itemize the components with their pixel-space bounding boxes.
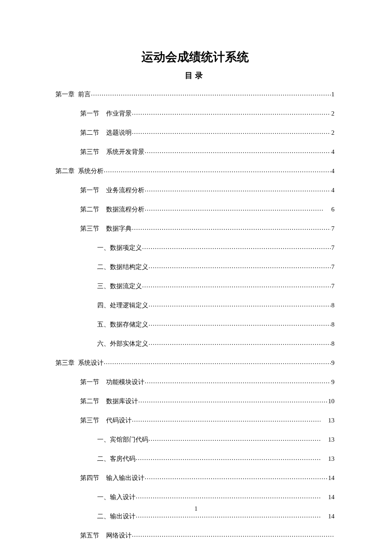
toc-entry-label: 第二章系统分析 — [55, 167, 104, 175]
toc-entry: 二、输出设计14 — [55, 512, 334, 520]
toc-entry-page: 9 — [331, 359, 335, 367]
toc-leader-dots — [144, 186, 331, 192]
toc-entry-title: 系统分析 — [78, 168, 104, 174]
toc-leader-dots — [148, 320, 331, 327]
toc-entry-number: 第四节 — [80, 474, 99, 481]
toc-entry: 第二节数据流程分析6 — [55, 205, 334, 214]
toc-entry-number: 二、 — [97, 513, 110, 520]
toc-entry-title: 处理逻辑定义 — [110, 302, 148, 309]
toc-entry: 一、宾馆部门代码13 — [55, 435, 334, 444]
toc-entry: 第一章前言1 — [55, 90, 334, 98]
toc-entry-page: 8 — [331, 302, 335, 309]
toc-entry-page: 10 — [327, 398, 334, 405]
toc-leader-dots — [132, 531, 334, 538]
toc-entry-page: 2 — [331, 129, 335, 136]
toc-entry-page: 14 — [320, 513, 334, 520]
toc-heading: 目录 — [55, 70, 334, 81]
toc-entry: 第三节数据字典7 — [55, 224, 334, 233]
toc-entry-title: 前言 — [78, 91, 91, 98]
toc-leader-dots — [144, 378, 331, 384]
toc-entry-page: 9 — [331, 379, 335, 386]
document-page: 运动会成绩统计系统 目录 第一章前言1第一节作业背景2第二节选题说明2第三节系统… — [0, 0, 392, 540]
toc-entry-page: 7 — [331, 283, 335, 290]
toc-entry-number: 一、 — [97, 494, 110, 500]
toc-entry-number: 第一节 — [80, 379, 99, 385]
toc-leader-dots — [144, 147, 331, 154]
toc-entry-number: 第一章 — [55, 91, 75, 98]
toc-leader-dots — [144, 205, 324, 211]
toc-entry-number: 第二章 — [55, 168, 75, 174]
toc-entry-number: 第一节 — [80, 110, 99, 117]
toc-entry: 二、客房代码13 — [55, 454, 334, 463]
toc-entry-number: 第一节 — [80, 187, 99, 194]
toc-entry-title: 数据库设计 — [106, 398, 138, 405]
toc-leader-dots — [135, 454, 320, 461]
toc-entry: 第三章系统设计9 — [55, 358, 334, 367]
toc-entry-label: 第一节业务流程分析 — [80, 186, 144, 194]
toc-entry-page: 2 — [331, 110, 335, 117]
toc-entry-title: 网络设计 — [106, 532, 132, 539]
toc-entry-title: 数据流程分析 — [106, 206, 144, 213]
toc-entry: 三、数据流定义7 — [55, 282, 334, 290]
toc-leader-dots — [104, 358, 331, 365]
toc-entry-label: 第一节功能模块设计 — [80, 378, 144, 386]
toc-entry-label: 第三节数据字典 — [80, 225, 132, 233]
toc-leader-dots — [138, 397, 327, 403]
toc-entry-number: 五、 — [97, 321, 110, 328]
toc-entry-title: 选题说明 — [106, 129, 132, 136]
toc-entry-number: 四、 — [97, 302, 110, 309]
toc-entry-page: 4 — [331, 187, 335, 194]
toc-entry: 二、数据结构定义7 — [55, 263, 334, 271]
toc-entry-page: 13 — [320, 417, 334, 424]
toc-entry: 第二节数据库设计10 — [55, 397, 334, 405]
toc-entry-number: 一、 — [97, 436, 110, 443]
toc-entry-label: 第五节网络设计 — [80, 532, 132, 540]
toc-leader-dots — [148, 301, 331, 307]
toc-leader-dots — [148, 435, 320, 442]
toc-entry: 第三节代码设计13 — [55, 416, 334, 425]
toc-entry-label: 二、客房代码 — [97, 455, 135, 463]
toc-entry-page: 8 — [331, 321, 335, 328]
toc-entry-label: 第二节选题说明 — [80, 129, 132, 137]
toc-leader-dots — [142, 243, 331, 250]
toc-entry-title: 系统设计 — [78, 359, 104, 366]
toc-entry: 第五节网络设计 — [55, 531, 334, 540]
toc-entry: 第一节作业背景2 — [55, 109, 334, 118]
toc-entry-page: 7 — [331, 263, 335, 271]
toc-entry-label: 第三节系统开发背景 — [80, 148, 144, 156]
toc-entry-label: 第四节输入输出设计 — [80, 474, 144, 482]
toc-entry-label: 一、宾馆部门代码 — [97, 436, 148, 444]
toc-entry-title: 输出设计 — [110, 513, 135, 520]
toc-entry: 第四节输入输出设计14 — [55, 474, 334, 482]
table-of-contents: 第一章前言1第一节作业背景2第二节选题说明2第三节系统开发背景4第二章系统分析4… — [55, 90, 334, 540]
toc-entry-number: 第二节 — [80, 129, 99, 136]
toc-entry-page: 4 — [331, 148, 335, 156]
toc-leader-dots — [135, 512, 320, 518]
toc-entry-page: 7 — [331, 244, 335, 251]
toc-entry-number: 第三章 — [55, 359, 75, 366]
toc-entry-number: 第三节 — [80, 417, 99, 424]
toc-entry-number: 第三节 — [80, 225, 99, 232]
toc-leader-dots — [132, 128, 331, 135]
toc-entry-title: 数据字典 — [106, 225, 132, 232]
toc-leader-dots — [148, 339, 331, 346]
toc-entry-number: 第五节 — [80, 532, 99, 539]
document-title: 运动会成绩统计系统 — [55, 49, 334, 65]
toc-entry-label: 四、处理逻辑定义 — [97, 301, 148, 309]
toc-entry-title: 代码设计 — [106, 417, 132, 424]
toc-entry-number: 二、 — [97, 455, 110, 462]
toc-entry-label: 第一章前言 — [55, 90, 91, 98]
toc-entry-label: 二、输出设计 — [97, 512, 135, 520]
toc-entry: 第三节系统开发背景4 — [55, 147, 334, 156]
toc-entry: 第二节选题说明2 — [55, 128, 334, 137]
toc-entry-title: 宾馆部门代码 — [110, 436, 148, 443]
toc-entry: 四、处理逻辑定义8 — [55, 301, 334, 309]
page-number: 1 — [0, 506, 392, 512]
toc-entry: 一、数据项定义7 — [55, 243, 334, 252]
toc-entry-page: 13 — [320, 436, 334, 443]
toc-entry-page: 8 — [331, 340, 335, 347]
toc-entry-number: 第三节 — [80, 148, 99, 155]
toc-entry-page: 14 — [327, 474, 334, 482]
toc-leader-dots — [132, 416, 320, 422]
toc-entry-label: 第三章系统设计 — [55, 359, 104, 367]
